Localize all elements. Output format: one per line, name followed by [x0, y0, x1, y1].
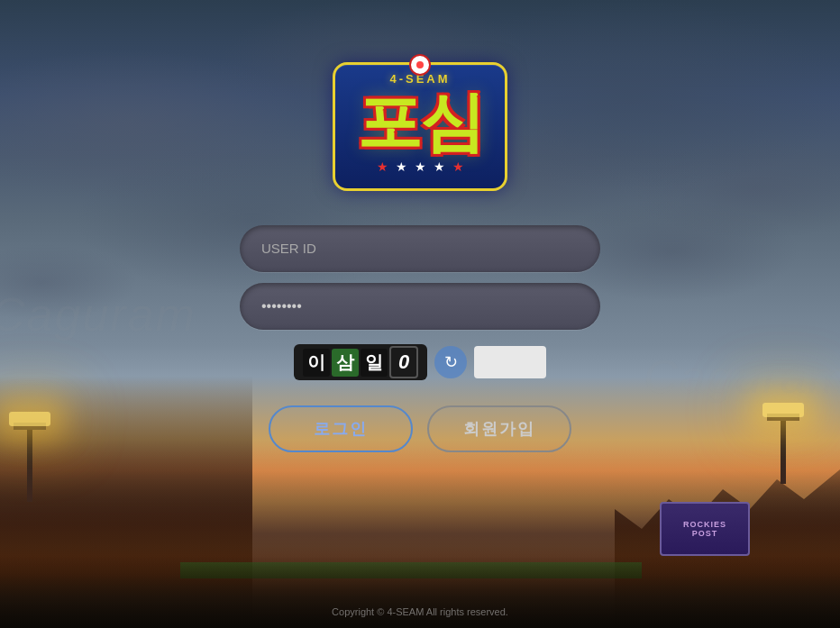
button-row: 로그인 회원가입 — [269, 405, 571, 452]
star-2: ★ — [396, 159, 407, 174]
captcha-char-2: 삼 — [332, 349, 359, 377]
star-5: ★ — [452, 159, 464, 174]
login-button[interactable]: 로그인 — [269, 405, 413, 452]
main-content: 4-SEAM 포심 ★ ★ ★ ★ ★ 이 삼 일 0 ↻ — [0, 0, 840, 628]
captcha-char-1: 이 — [303, 349, 330, 377]
captcha-row: 이 삼 일 0 ↻ — [294, 344, 546, 380]
password-input[interactable] — [240, 283, 600, 330]
logo-stars: ★ ★ ★ ★ ★ — [357, 159, 483, 174]
register-button[interactable]: 회원가입 — [427, 405, 571, 452]
copyright: Copyright © 4-SEAM All rights reserved. — [332, 606, 508, 617]
baseball-decoration — [409, 54, 431, 76]
star-1: ★ — [377, 159, 388, 174]
captcha-refresh-button[interactable]: ↻ — [434, 346, 467, 378]
logo-main-text: 포심 — [357, 89, 483, 154]
logo-container: 4-SEAM 포심 ★ ★ ★ ★ ★ — [285, 54, 555, 198]
captcha-char-4: 0 — [389, 346, 418, 378]
captcha-input[interactable] — [474, 346, 546, 378]
star-3: ★ — [415, 159, 426, 174]
captcha-display: 이 삼 일 0 — [294, 344, 427, 380]
captcha-char-3: 일 — [361, 349, 388, 377]
userid-input[interactable] — [240, 225, 600, 272]
logo-badge: 4-SEAM 포심 ★ ★ ★ ★ ★ — [333, 62, 507, 191]
refresh-icon: ↻ — [444, 352, 458, 372]
form-container: 이 삼 일 0 ↻ 로그인 회원가입 — [240, 225, 600, 452]
star-4: ★ — [434, 159, 445, 174]
